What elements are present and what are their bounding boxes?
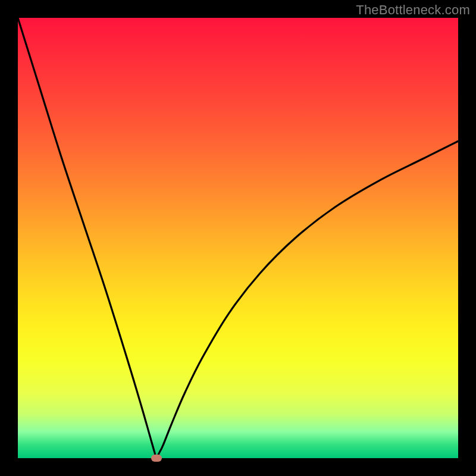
chart-frame: TheBottleneck.com	[0, 0, 476, 476]
optimum-marker	[151, 455, 162, 462]
watermark-text: TheBottleneck.com	[356, 2, 470, 18]
bottleneck-curve-path	[18, 18, 458, 458]
plot-area	[18, 18, 458, 458]
curve-svg	[18, 18, 458, 458]
